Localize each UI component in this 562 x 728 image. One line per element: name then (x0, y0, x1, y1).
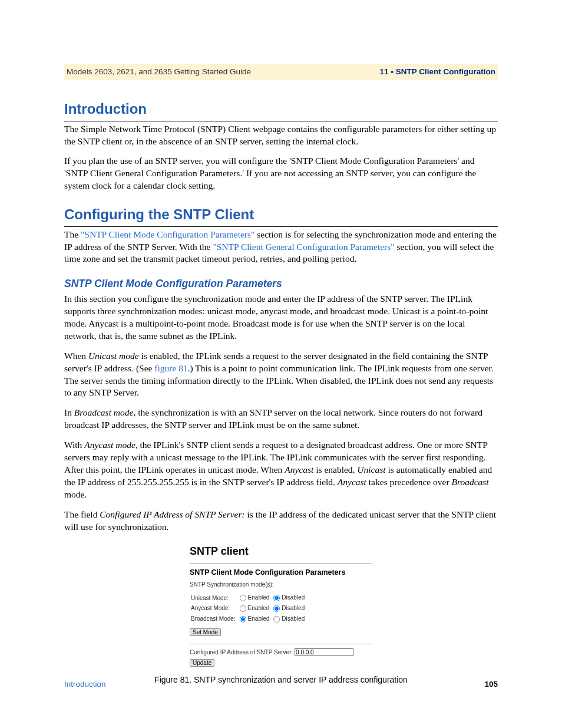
figure-81: SNTP client SNTP Client Mode Configurati… (64, 544, 498, 686)
table-row: Anycast Mode: Enabled Disabled (191, 604, 307, 614)
heading-configuring: Configuring the SNTP Client (64, 205, 498, 226)
mode-paragraph-3: In Broadcast mode, the synchronization i… (64, 407, 498, 431)
header-left: Models 2603, 2621, and 2635 Getting Star… (67, 67, 251, 77)
update-button[interactable]: Update (190, 659, 214, 667)
unicast-disabled-radio[interactable] (273, 595, 280, 601)
figure-modes-table: Unicast Mode: Enabled Disabled Anycast M… (190, 592, 308, 625)
set-mode-button[interactable]: Set Mode (190, 628, 221, 636)
mode-paragraph-5: The field Configured IP Address of SNTP … (64, 509, 498, 533)
mode-label: Broadcast Mode: (191, 615, 238, 624)
subheading-mode-params: SNTP Client Mode Configuration Parameter… (64, 277, 498, 291)
figure-section-heading: SNTP Client Mode Configuration Parameter… (190, 568, 372, 578)
header-right: 11 • SNTP Client Configuration (380, 67, 496, 77)
broadcast-enabled-radio[interactable] (240, 616, 246, 622)
mode-paragraph-4: With Anycast mode, the IPLink's SNTP cli… (64, 439, 498, 501)
page-footer: Introduction 105 (64, 679, 498, 690)
mode-label: Unicast Mode: (191, 594, 238, 603)
page-header-banner: Models 2603, 2621, and 2635 Getting Star… (64, 64, 498, 80)
link-general-config[interactable]: "SNTP Client General Configuration Param… (213, 242, 394, 252)
heading-introduction: Introduction (64, 100, 498, 121)
intro-paragraph-2: If you plan the use of an SNTP server, y… (64, 155, 498, 192)
mode-label: Anycast Mode: (191, 604, 238, 614)
figure-sync-label: SNTP Synchronization mode(s): (190, 581, 372, 589)
figure-title: SNTP client (190, 544, 372, 558)
mode-paragraph-2: When Unicast mode is enabled, the IPLink… (64, 350, 498, 400)
anycast-disabled-radio[interactable] (273, 605, 280, 612)
unicast-enabled-radio[interactable] (240, 595, 246, 601)
table-row: Broadcast Mode: Enabled Disabled (191, 615, 307, 624)
footer-page-number: 105 (484, 679, 498, 690)
link-mode-config[interactable]: "SNTP Client Mode Configuration Paramete… (81, 229, 254, 239)
footer-section-name: Introduction (64, 679, 106, 690)
sntp-server-ip-input[interactable] (295, 648, 353, 656)
figure-ip-label: Configured IP Address of SNTP Server: (190, 649, 293, 655)
broadcast-disabled-radio[interactable] (273, 616, 280, 622)
table-row: Unicast Mode: Enabled Disabled (191, 594, 307, 603)
intro-paragraph-1: The Simple Network Time Protocol (SNTP) … (64, 123, 498, 148)
configuring-paragraph-1: The "SNTP Client Mode Configuration Para… (64, 229, 498, 266)
anycast-enabled-radio[interactable] (240, 605, 246, 612)
link-figure-81[interactable]: figure 81 (154, 363, 187, 373)
mode-paragraph-1: In this section you configure the synchr… (64, 293, 498, 342)
